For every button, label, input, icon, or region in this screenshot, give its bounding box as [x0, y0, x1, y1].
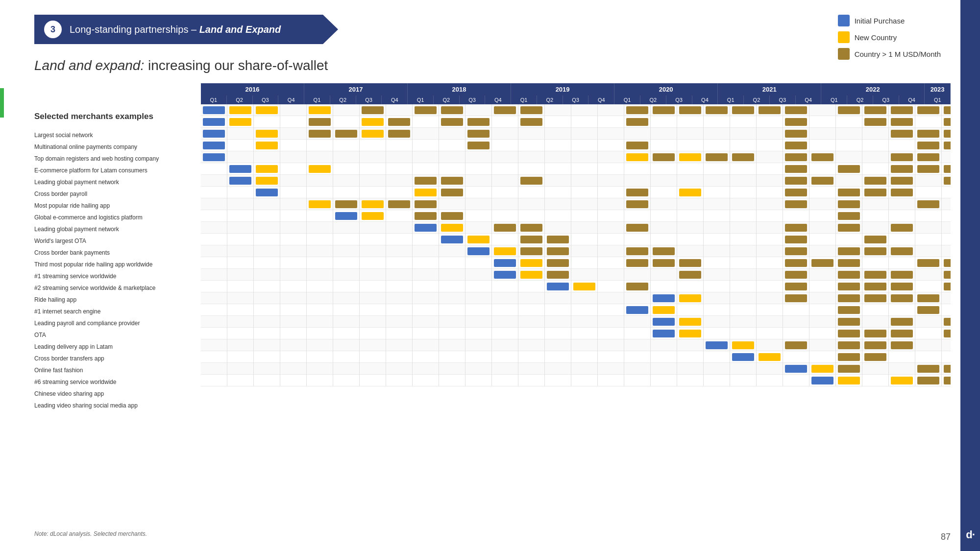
cell-block	[891, 177, 913, 185]
data-cell	[518, 116, 545, 128]
cell-block	[917, 165, 939, 173]
year-cell: 2020	[614, 83, 718, 96]
data-cell	[439, 245, 466, 257]
data-cell	[254, 351, 280, 363]
data-cell	[836, 292, 862, 304]
data-cell	[757, 128, 783, 140]
data-cell	[492, 151, 518, 163]
data-cell	[307, 234, 333, 245]
data-cell	[439, 316, 466, 328]
data-cell	[862, 328, 889, 339]
cell-block	[256, 189, 278, 197]
data-cell	[439, 339, 466, 351]
cell-block	[520, 106, 542, 115]
cell-block	[838, 200, 860, 209]
cell-block	[944, 165, 951, 173]
data-cell	[333, 292, 360, 304]
data-cell	[360, 304, 386, 316]
data-cell	[677, 140, 704, 151]
data-cell	[545, 375, 571, 386]
data-cell	[360, 175, 386, 187]
cell-block	[891, 189, 913, 197]
data-cell	[360, 210, 386, 222]
cell-block	[573, 283, 595, 291]
data-cell	[757, 375, 783, 386]
cell-block	[362, 130, 384, 138]
merchant-label: Leading delivery app in Latam	[34, 341, 201, 353]
data-cell	[518, 128, 545, 140]
cell-block	[256, 142, 278, 150]
data-cell	[413, 198, 439, 210]
data-cell	[836, 104, 862, 116]
cell-block	[547, 271, 569, 279]
merchant-rows-container: Largest social networkMultinational onli…	[34, 129, 201, 411]
data-cell	[571, 104, 598, 116]
data-cell	[783, 163, 809, 175]
data-cell	[413, 234, 439, 245]
data-cell	[624, 375, 651, 386]
merchant-label: Third most popular ride hailing app worl…	[34, 259, 201, 270]
data-cell	[677, 363, 704, 375]
data-cell	[571, 163, 598, 175]
data-cell	[280, 304, 307, 316]
data-cell	[201, 304, 227, 316]
data-cell	[704, 351, 730, 363]
quarter-cell: Q3	[666, 96, 692, 104]
data-cell	[307, 281, 333, 292]
data-cell	[571, 363, 598, 375]
cell-block	[229, 118, 251, 126]
data-cell	[624, 245, 651, 257]
data-cell	[889, 198, 915, 210]
cell-block	[256, 106, 278, 115]
data-cell	[651, 375, 677, 386]
data-cell	[862, 222, 889, 234]
cell-block	[441, 236, 463, 244]
data-cell	[439, 257, 466, 269]
data-cell	[386, 163, 413, 175]
data-cell	[307, 328, 333, 339]
data-cell	[651, 316, 677, 328]
data-cell	[545, 234, 571, 245]
cell-block	[891, 341, 913, 350]
data-cell	[942, 245, 951, 257]
data-cell	[889, 104, 915, 116]
merchant-label: Leading payroll and compliance provider	[34, 317, 201, 329]
legend-label-new-country: New Country	[855, 33, 897, 42]
quarter-cell: Q1	[304, 96, 330, 104]
data-cell	[836, 140, 862, 151]
quarter-cell: Q2	[434, 96, 460, 104]
cell-block	[944, 283, 951, 291]
data-rows	[201, 104, 951, 386]
data-cell	[915, 104, 942, 116]
data-cell	[836, 245, 862, 257]
cell-block	[203, 118, 225, 126]
data-cell	[677, 281, 704, 292]
data-cell	[227, 187, 254, 198]
cell-block	[838, 259, 860, 267]
data-cell	[413, 339, 439, 351]
data-cell	[227, 375, 254, 386]
data-cell	[413, 328, 439, 339]
data-cell	[413, 363, 439, 375]
data-cell	[624, 140, 651, 151]
data-cell	[730, 210, 757, 222]
data-cell	[889, 245, 915, 257]
data-cell	[571, 187, 598, 198]
cell-block	[944, 106, 951, 115]
data-cell	[942, 175, 951, 187]
data-cell	[254, 257, 280, 269]
data-cell	[439, 328, 466, 339]
cell-block	[626, 189, 648, 197]
cell-block	[732, 341, 754, 350]
data-cell	[809, 328, 836, 339]
data-cell	[730, 363, 757, 375]
cell-block	[785, 365, 807, 373]
data-cell	[915, 316, 942, 328]
data-cell	[809, 304, 836, 316]
data-cell	[598, 222, 624, 234]
cell-block	[864, 247, 886, 256]
data-cell	[889, 351, 915, 363]
cell-block	[415, 212, 437, 220]
cell-block	[891, 153, 913, 162]
data-cell	[730, 292, 757, 304]
